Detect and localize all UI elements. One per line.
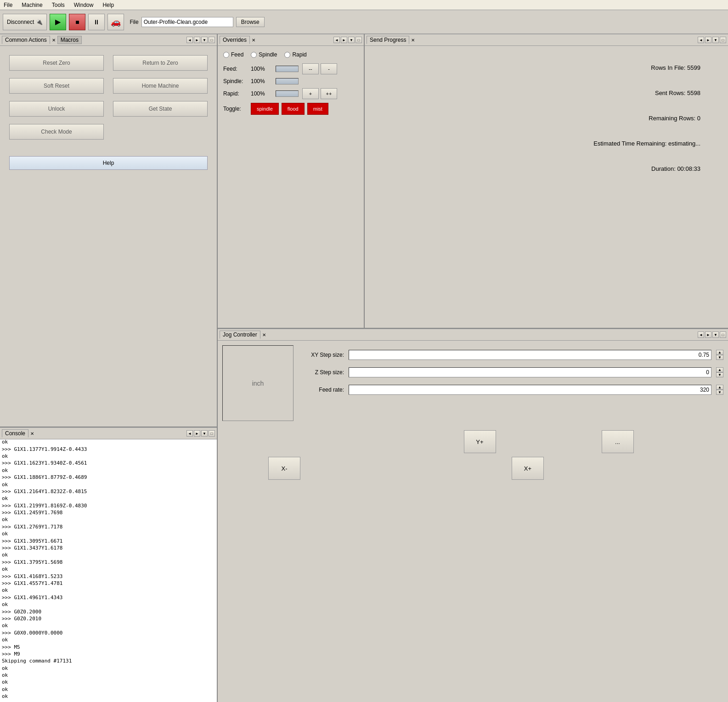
x-plus-button[interactable]: X+ bbox=[512, 457, 544, 480]
remaining-rows-label: Remaining Rows: bbox=[649, 115, 695, 122]
sp-max-btn[interactable]: □ bbox=[720, 37, 726, 43]
overrides-close[interactable]: ✕ bbox=[251, 38, 256, 43]
radio-rapid-label[interactable]: Rapid bbox=[284, 51, 306, 58]
tab-overrides[interactable]: Overrides bbox=[220, 36, 250, 44]
help-button[interactable]: Help bbox=[9, 156, 208, 170]
xy-step-up-btn[interactable]: ▲ bbox=[716, 350, 723, 355]
get-state-button[interactable]: Get State bbox=[113, 101, 208, 117]
xy-step-input[interactable] bbox=[349, 350, 711, 360]
play-button[interactable]: ▶ bbox=[50, 14, 66, 30]
rapid-inc-btn[interactable]: + bbox=[302, 88, 319, 99]
radio-spindle[interactable] bbox=[251, 52, 257, 58]
sp-left-btn[interactable]: ◄ bbox=[698, 37, 704, 43]
sp-right-btn[interactable]: ► bbox=[705, 37, 711, 43]
send-progress-panel: Send Progress ✕ ◄ ► ▼ □ Rows In File: 55… bbox=[365, 34, 728, 328]
jog-left-btn[interactable]: ◄ bbox=[698, 331, 704, 338]
jog-close[interactable]: ✕ bbox=[261, 332, 267, 337]
home-machine-button[interactable]: Home Machine bbox=[113, 78, 208, 94]
console-output[interactable]: >>> G1X1.0932Y2.1094Z-0.4174ok>>> G1X1.1… bbox=[0, 439, 217, 702]
jog-x-row: X- X+ bbox=[268, 457, 544, 480]
stop-button[interactable]: ■ bbox=[69, 14, 85, 30]
radio-feed-label[interactable]: Feed bbox=[223, 51, 243, 58]
feed-rate-input[interactable] bbox=[349, 385, 711, 395]
console-line: >>> G1X1.2769Y1.7178 bbox=[2, 523, 215, 530]
common-actions-close[interactable]: ✕ bbox=[51, 38, 56, 43]
overrides-header: Overrides ✕ ◄ ► ▼ □ bbox=[218, 34, 364, 46]
toggle-spindle-btn[interactable]: spindle bbox=[251, 103, 279, 115]
console-line: >>> G0Z0.2000 bbox=[2, 608, 215, 615]
menu-machine[interactable]: Machine bbox=[20, 1, 44, 9]
panel-max-btn[interactable]: □ bbox=[209, 37, 215, 43]
console-right-btn[interactable]: ► bbox=[194, 430, 200, 437]
check-mode-button[interactable]: Check Mode bbox=[9, 124, 104, 140]
xy-step-down-btn[interactable]: ▼ bbox=[716, 355, 723, 360]
rapid-inc-inc-btn[interactable]: ++ bbox=[321, 88, 337, 99]
menu-help[interactable]: Help bbox=[101, 1, 116, 9]
z-step-input[interactable] bbox=[349, 367, 711, 377]
jog-controller-panel: Jog Controller ✕ ◄ ► ▼ □ inch XY Step s bbox=[218, 328, 728, 702]
console-left-btn[interactable]: ◄ bbox=[186, 430, 193, 437]
feed-dec-btn[interactable]: - bbox=[321, 63, 337, 74]
jog-down-btn[interactable]: ▼ bbox=[712, 331, 719, 338]
tab-common-actions[interactable]: Common Actions bbox=[2, 36, 50, 44]
pause-button[interactable]: ⏸ bbox=[88, 14, 105, 30]
soft-reset-button[interactable]: Soft Reset bbox=[9, 78, 104, 94]
menu-file[interactable]: File bbox=[2, 1, 14, 9]
console-header: Console ✕ ◄ ► ▼ □ bbox=[0, 427, 217, 439]
toggle-flood-btn[interactable]: flood bbox=[282, 103, 305, 115]
radio-spindle-label[interactable]: Spindle bbox=[251, 51, 277, 58]
tab-jog-controller[interactable]: Jog Controller bbox=[220, 331, 260, 339]
spindle-label: Spindle: bbox=[223, 78, 251, 84]
remaining-rows-value: 0 bbox=[697, 115, 700, 122]
console-line: ok bbox=[2, 693, 215, 700]
feed-bar bbox=[276, 66, 299, 72]
reset-zero-button[interactable]: Reset Zero bbox=[9, 55, 104, 71]
overrides-right-btn[interactable]: ► bbox=[341, 37, 347, 43]
tab-send-progress[interactable]: Send Progress bbox=[367, 36, 409, 44]
radio-feed[interactable] bbox=[223, 52, 229, 58]
z-step-down-btn[interactable]: ▼ bbox=[716, 372, 723, 377]
x-minus-button[interactable]: X- bbox=[268, 457, 300, 480]
menu-tools[interactable]: Tools bbox=[50, 1, 67, 9]
panel-right-btn[interactable]: ► bbox=[194, 37, 200, 43]
console-max-btn[interactable]: □ bbox=[209, 430, 215, 437]
overrides-down-btn[interactable]: ▼ bbox=[348, 37, 355, 43]
sent-rows-row: Sent Rows: 5598 bbox=[374, 80, 719, 106]
disconnect-button[interactable]: Disconnect 🔌 bbox=[3, 14, 47, 30]
overrides-max-btn[interactable]: □ bbox=[356, 37, 362, 43]
send-progress-close[interactable]: ✕ bbox=[410, 38, 416, 43]
return-to-zero-button[interactable]: Return to Zero bbox=[113, 55, 208, 71]
feed-override-row: Feed: 100% -- - bbox=[223, 63, 358, 74]
console-line: >>> G1X1.1886Y1.8779Z-0.4689 bbox=[2, 474, 215, 481]
jog-max-btn[interactable]: □ bbox=[720, 331, 726, 338]
file-input[interactable] bbox=[141, 17, 233, 27]
feed-dec-dec-btn[interactable]: -- bbox=[302, 63, 319, 74]
feed-rate-down-btn[interactable]: ▼ bbox=[716, 390, 723, 395]
jog-right-btn[interactable]: ► bbox=[705, 331, 711, 338]
toggle-mist-btn[interactable]: mist bbox=[307, 103, 328, 115]
console-down-btn[interactable]: ▼ bbox=[201, 430, 208, 437]
y-plus-button[interactable]: Y+ bbox=[464, 430, 496, 453]
rapid-value: 100% bbox=[251, 90, 274, 97]
xy-spin-group: ▲ ▼ bbox=[716, 350, 723, 360]
unlock-button[interactable]: Unlock bbox=[9, 101, 104, 117]
radio-rapid[interactable] bbox=[284, 52, 290, 58]
tab-console[interactable]: Console bbox=[2, 429, 28, 438]
ellipsis-button[interactable]: ... bbox=[602, 430, 634, 453]
menu-window[interactable]: Window bbox=[72, 1, 96, 9]
z-step-up-btn[interactable]: ▲ bbox=[716, 367, 723, 372]
console-close[interactable]: ✕ bbox=[29, 431, 35, 436]
toggle-row: Toggle: spindle flood mist bbox=[223, 103, 358, 115]
sp-down-btn[interactable]: ▼ bbox=[712, 37, 719, 43]
feed-rate-up-btn[interactable]: ▲ bbox=[716, 385, 723, 390]
browse-button[interactable]: Browse bbox=[236, 17, 265, 27]
panel-left-btn[interactable]: ◄ bbox=[186, 37, 193, 43]
remaining-rows-row: Remaining Rows: 0 bbox=[374, 106, 719, 131]
car-button[interactable]: 🚗 bbox=[107, 14, 124, 30]
panel-down-btn[interactable]: ▼ bbox=[201, 37, 208, 43]
jog-unit: inch bbox=[252, 380, 264, 387]
rows-in-file-value: 5599 bbox=[687, 64, 700, 71]
overrides-left-btn[interactable]: ◄ bbox=[333, 37, 340, 43]
tab-macros[interactable]: Macros bbox=[57, 36, 82, 44]
console-line: >>> G1X1.2164Y1.8232Z-0.4815 bbox=[2, 488, 215, 495]
